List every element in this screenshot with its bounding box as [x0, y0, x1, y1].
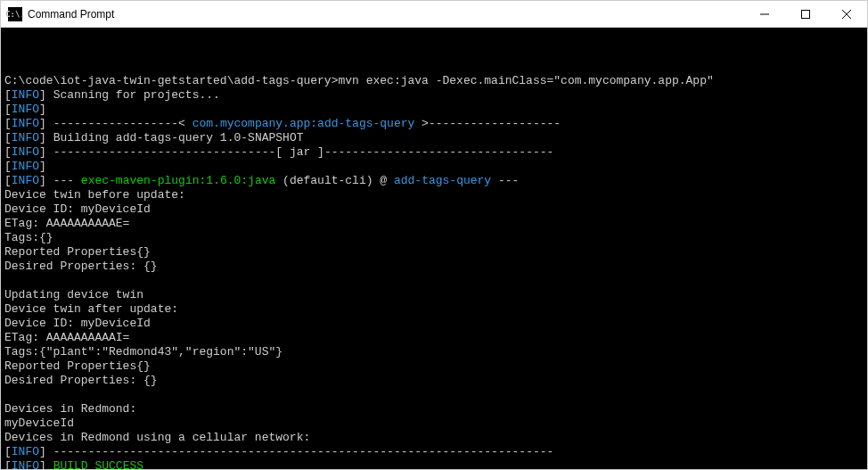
terminal-line: C:\code\iot-java-twin-getstarted\add-tag…: [4, 60, 867, 469]
titlebar[interactable]: C:\. Command Prompt: [1, 1, 867, 28]
terminal-output[interactable]: C:\code\iot-java-twin-getstarted\add-tag…: [1, 28, 867, 469]
build-success: BUILD SUCCESS: [53, 459, 143, 469]
command-prompt-window: C:\. Command Prompt C:\code\iot-java-twi…: [0, 0, 868, 470]
window-title: Command Prompt: [28, 8, 744, 21]
minimize-button[interactable]: [744, 1, 785, 27]
cmd-icon: C:\.: [8, 7, 22, 21]
close-button[interactable]: [826, 1, 867, 27]
info-label: INFO: [12, 88, 39, 102]
svg-rect-1: [802, 10, 810, 18]
prompt-path: C:\code\iot-java-twin-getstarted\add-tag…: [4, 74, 338, 87]
maximize-button[interactable]: [785, 1, 826, 27]
window-controls: [744, 1, 867, 27]
command-text: mvn exec:java -Dexec.mainClass="com.myco…: [338, 74, 713, 87]
